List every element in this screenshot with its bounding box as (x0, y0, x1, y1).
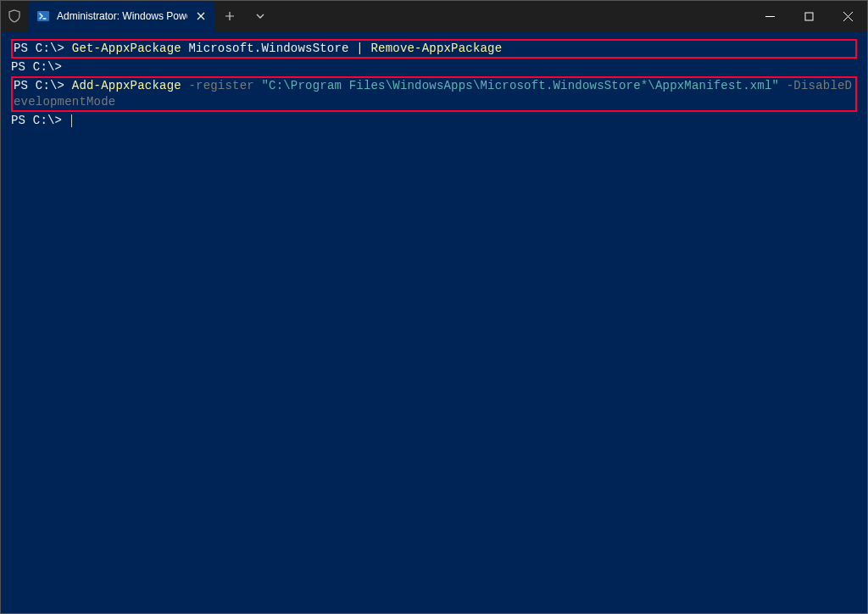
terminal-line: PS C:\> (11, 113, 857, 129)
flag-text: -register (181, 79, 262, 92)
prompt: PS C:\> (14, 79, 72, 92)
shield-icon (1, 1, 28, 31)
svg-rect-0 (37, 11, 49, 21)
command-text: Add-AppxPackage (72, 79, 181, 92)
pipe-operator: | (356, 42, 364, 55)
command-text: Remove-AppxPackage (364, 42, 502, 55)
prompt: PS C:\> (11, 114, 70, 127)
prompt: PS C:\> (14, 42, 72, 55)
close-button[interactable] (828, 1, 867, 31)
cursor (71, 114, 72, 127)
terminal-output[interactable]: PS C:\> Get-AppxPackage Microsoft.Window… (1, 31, 867, 139)
argument-text: Microsoft.WindowsStore (181, 42, 356, 55)
tab-title: Administrator: Windows Powe (57, 10, 187, 22)
window-controls (750, 1, 867, 31)
highlighted-command-2: PS C:\> Add-AppxPackage -register "C:\Pr… (11, 76, 857, 112)
tab-dropdown-button[interactable] (245, 1, 275, 31)
terminal-line: PS C:\> (11, 59, 857, 75)
terminal-line: PS C:\> Get-AppxPackage Microsoft.Window… (14, 41, 854, 57)
titlebar-left: Administrator: Windows Powe (1, 1, 750, 31)
svg-rect-1 (805, 13, 813, 20)
maximize-button[interactable] (789, 1, 828, 31)
powershell-icon (36, 9, 50, 23)
tab-close-button[interactable] (194, 9, 208, 23)
terminal-line: PS C:\> Add-AppxPackage -register "C:\Pr… (14, 78, 854, 110)
titlebar: Administrator: Windows Powe (1, 1, 867, 31)
new-tab-button[interactable] (214, 1, 245, 31)
string-text: "C:\Program Files\WindowsApps\Microsoft.… (261, 79, 779, 92)
command-text: Get-AppxPackage (72, 42, 181, 55)
prompt: PS C:\> (11, 60, 62, 74)
tab-powershell[interactable]: Administrator: Windows Powe (28, 1, 214, 31)
highlighted-command-1: PS C:\> Get-AppxPackage Microsoft.Window… (11, 39, 857, 59)
minimize-button[interactable] (750, 1, 789, 31)
